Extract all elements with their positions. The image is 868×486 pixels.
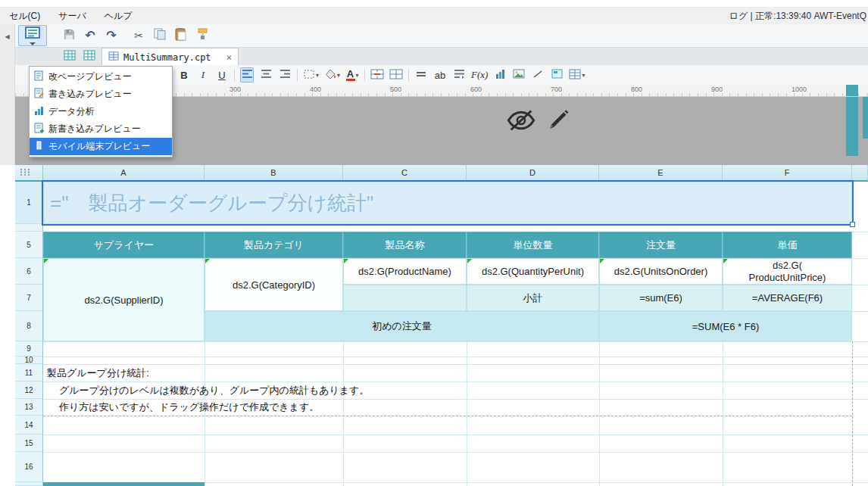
cell-f5[interactable]: 単価	[723, 232, 852, 258]
copy-icon	[154, 28, 166, 43]
cell-b6-merged[interactable]: ds2.G(CategoryID)	[205, 258, 343, 311]
cell-c5[interactable]: 製品名称	[343, 232, 467, 258]
select-all-corner[interactable]	[15, 165, 43, 182]
row-header-13[interactable]: 13	[15, 399, 43, 416]
cell-a1-title[interactable]: =" 製品オーダーグループ分け統計"	[43, 182, 852, 224]
tab-multisummary[interactable]: MultiSummary.cpt ×	[101, 48, 239, 66]
row-header-8[interactable]: 8	[15, 311, 43, 341]
cell-a11-note[interactable]: 製品グループ分け統計:	[47, 365, 149, 381]
cut-button[interactable]: ✂	[130, 28, 147, 43]
menu-item-page-preview[interactable]: 改ページプレビュー	[30, 68, 172, 86]
cell-e7[interactable]: =sum(E6)	[599, 285, 723, 311]
menu-item-data-analysis[interactable]: データ分析	[30, 103, 172, 120]
cell-d5[interactable]: 単位数量	[467, 232, 599, 258]
cell-e6[interactable]: ds2.G(UnitsOnOrder)	[599, 258, 723, 285]
row-header-11[interactable]: 11	[15, 364, 43, 382]
cell-e5[interactable]: 注文量	[599, 232, 723, 258]
row-header-7[interactable]: 7	[15, 285, 43, 311]
page-break-line-horizontal	[43, 416, 852, 416]
cell-e8-merged[interactable]: =SUM(E6 * F6)	[599, 311, 852, 341]
format-painter-button[interactable]	[194, 28, 211, 43]
menu-help[interactable]: ヘルプ	[95, 8, 142, 24]
cell-b8-merged[interactable]: 初めの注文量	[205, 311, 599, 341]
grid-line	[43, 341, 868, 342]
cell-c6[interactable]: ds2.G(ProductName)	[343, 258, 467, 285]
widget-icon	[551, 69, 563, 81]
column-header-e[interactable]: E	[599, 165, 723, 182]
row-header-partial[interactable]	[15, 482, 43, 486]
text-ab-button[interactable]: ab	[433, 67, 447, 83]
separator	[234, 69, 235, 81]
paste-button[interactable]	[173, 27, 189, 44]
formula-button[interactable]: F(x)	[471, 67, 488, 83]
border-button[interactable]: ▾	[303, 67, 319, 83]
ruler-mark: 800	[631, 86, 642, 93]
bold-button[interactable]: B	[177, 67, 191, 83]
row-header-10[interactable]: 10	[15, 357, 43, 364]
italic-button[interactable]: I	[196, 67, 210, 83]
align-left-button[interactable]	[240, 67, 254, 83]
save-button[interactable]	[61, 28, 77, 43]
row-header-6[interactable]: 6	[15, 258, 43, 285]
row-header-hidden[interactable]	[15, 224, 43, 232]
image-button[interactable]	[512, 67, 526, 83]
vertical-scrollbar-thumb[interactable]	[863, 97, 868, 139]
menu-item-mobile-preview[interactable]: モバイル端末プレビュー	[30, 138, 172, 155]
row-header-1[interactable]: 1	[15, 182, 43, 224]
unmerge-cells-button[interactable]	[389, 67, 403, 83]
cell-a13-note[interactable]: 作り方は安いですが、ドラッグ操作だけで作成できます。	[59, 400, 319, 415]
row-header-12[interactable]: 12	[15, 382, 43, 399]
close-icon[interactable]: ×	[226, 51, 233, 63]
mobile-preview-icon	[33, 140, 44, 153]
double-line-button[interactable]	[414, 67, 428, 83]
copy-button[interactable]	[151, 28, 168, 43]
preview-split-button[interactable]	[18, 25, 47, 46]
menu-item-write-preview[interactable]: 書き込みプレビュー	[30, 86, 172, 103]
diagonal-line-button[interactable]	[531, 67, 545, 83]
row-header-9[interactable]: 9	[15, 341, 43, 357]
cell-text: ds2.G(UnitsOnOrder)	[614, 266, 708, 277]
visibility-off-button[interactable]	[506, 109, 536, 135]
redo-button[interactable]: ↷	[103, 28, 120, 43]
worksheet-button-1[interactable]	[62, 51, 77, 63]
row-header-14[interactable]: 14	[15, 416, 43, 435]
menu-item-new-write-preview[interactable]: 新書き込みプレビュー	[30, 120, 172, 138]
column-header-f[interactable]: F	[723, 165, 852, 182]
eye-off-icon	[506, 121, 536, 134]
widget-button[interactable]	[550, 67, 564, 83]
menu-server[interactable]: サーバ	[49, 8, 95, 24]
row-header-15[interactable]: 15	[15, 435, 43, 452]
fill-color-button[interactable]: ▾	[324, 67, 340, 83]
column-header-a[interactable]: A	[43, 165, 205, 182]
row-header-5[interactable]: 5	[15, 232, 43, 258]
underline-label: U	[218, 70, 225, 81]
menu-cell[interactable]: セル(C)	[0, 8, 49, 24]
insert-table-button[interactable]: ▾	[569, 67, 585, 83]
wrap-text-button[interactable]	[452, 67, 466, 83]
edit-button[interactable]	[547, 107, 570, 135]
cell-d6[interactable]: ds2.G(QuantityPerUnit)	[467, 258, 599, 285]
cell-a6-merged[interactable]: ds2.G(SupplierID)	[43, 258, 205, 341]
column-header-d[interactable]: D	[467, 165, 599, 182]
column-header-c[interactable]: C	[343, 165, 467, 182]
underline-button[interactable]: U	[215, 67, 229, 83]
cell-a12-note[interactable]: グループ分けのレベルは複数があり、グループ内の統計もあります。	[59, 382, 369, 398]
align-right-button[interactable]	[278, 67, 292, 83]
column-header-b[interactable]: B	[205, 165, 343, 182]
ab-label: ab	[435, 70, 445, 81]
cell-f6[interactable]: ds2.G( ProductUnitPrice)	[723, 258, 852, 285]
collapse-left-icon[interactable]: ◀	[0, 33, 14, 40]
column-header-partial[interactable]	[852, 165, 868, 182]
worksheet-button-2[interactable]	[82, 51, 97, 63]
align-center-button[interactable]	[259, 67, 273, 83]
cell-a5[interactable]: サプライヤー	[43, 232, 205, 258]
merge-cells-button[interactable]	[370, 67, 384, 83]
font-color-button[interactable]: A ▾	[345, 67, 359, 83]
cell-b5[interactable]: 製品カテゴリ	[205, 232, 343, 258]
cell-f7[interactable]: =AVERAGE(F6)	[723, 285, 852, 311]
cell-d7[interactable]: 小計	[467, 285, 599, 311]
cell-c7[interactable]	[343, 285, 467, 311]
row-header-16[interactable]: 16	[15, 452, 43, 482]
undo-button[interactable]: ↶	[82, 28, 98, 43]
chart-button[interactable]	[493, 67, 507, 83]
